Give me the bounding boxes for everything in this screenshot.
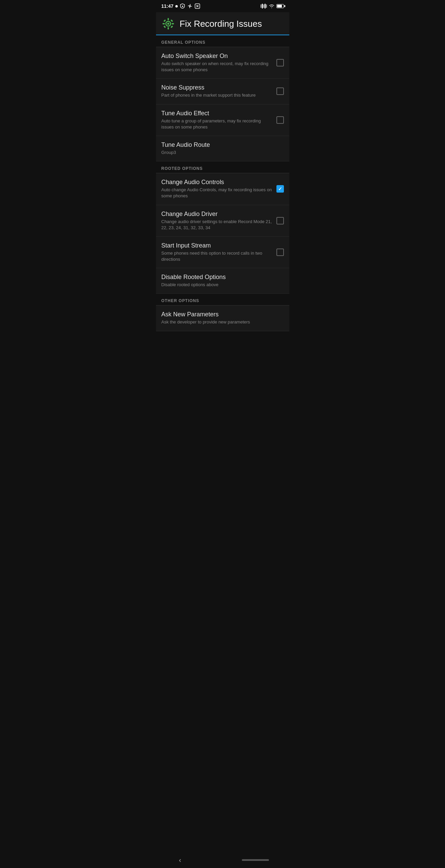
svg-rect-9 [162, 23, 165, 24]
time-display: 11:47 [161, 3, 174, 9]
settings-item-auto-switch-speaker[interactable]: Auto Switch Speaker On Auto switch speak… [156, 47, 289, 79]
change-audio-driver-title: Change Audio Driver [161, 211, 272, 218]
pinwheel-icon [187, 3, 193, 9]
svg-rect-12 [170, 19, 173, 22]
ask-new-parameters-title: Ask New Parameters [161, 311, 280, 318]
disable-rooted-title: Disable Rooted Options [161, 274, 280, 281]
notification-dot [175, 5, 178, 7]
auto-switch-speaker-subtitle: Auto switch speaker on when record, may … [161, 61, 272, 73]
section-rooted: ROOTED OPTIONS Change Audio Controls Aut… [156, 161, 289, 294]
change-audio-driver-checkbox[interactable] [276, 217, 284, 224]
section-other: OTHER OPTIONS Ask New Parameters Ask the… [156, 294, 289, 331]
change-audio-driver-subtitle: Change audio driver settings to enable R… [161, 219, 272, 231]
change-audio-controls-subtitle: Auto change Audio Controls, may fix reco… [161, 187, 272, 199]
settings-item-ask-new-parameters[interactable]: Ask New Parameters Ask the developer to … [156, 305, 289, 331]
settings-item-disable-rooted[interactable]: Disable Rooted Options Disable rooted op… [156, 268, 289, 294]
noise-suppress-subtitle: Part of phones in the market support thi… [161, 92, 272, 98]
disable-rooted-subtitle: Disable rooted options above [161, 282, 280, 288]
section-header-rooted: ROOTED OPTIONS [156, 161, 289, 173]
svg-rect-10 [172, 23, 174, 24]
vibrate-icon [260, 4, 267, 8]
wifi-icon [269, 4, 275, 8]
settings-item-start-input-stream[interactable]: Start Input Stream Some phones need this… [156, 237, 289, 268]
app-bar: Fix Recording Issues [156, 12, 289, 35]
tune-audio-effect-subtitle: Auto tune a group of parameters, may fix… [161, 118, 272, 130]
tune-audio-effect-title: Tune Audio Effect [161, 110, 272, 117]
noise-suppress-title: Noise Suppress [161, 84, 272, 91]
section-header-general: GENERAL OPTIONS [156, 35, 289, 47]
ask-new-parameters-subtitle: Ask the developer to provide new paramet… [161, 319, 280, 325]
auto-switch-speaker-title: Auto Switch Speaker On [161, 53, 272, 60]
svg-point-6 [167, 23, 169, 25]
start-input-stream-checkbox[interactable] [276, 249, 284, 256]
status-bar: 11:47 ★ [156, 0, 289, 12]
content-area: GENERAL OPTIONS Auto Switch Speaker On A… [156, 35, 289, 352]
settings-item-change-audio-controls[interactable]: Change Audio Controls Auto change Audio … [156, 173, 289, 205]
svg-rect-7 [168, 18, 169, 20]
app-settings-icon [161, 17, 175, 31]
settings-item-tune-audio-route[interactable]: Tune Audio Route Group3 [156, 136, 289, 161]
shield-icon: ★ [180, 3, 185, 9]
svg-rect-14 [170, 25, 173, 28]
tune-audio-effect-checkbox[interactable] [276, 116, 284, 124]
settings-item-noise-suppress[interactable]: Noise Suppress Part of phones in the mar… [156, 79, 289, 104]
status-bar-right [260, 4, 284, 8]
start-input-stream-title: Start Input Stream [161, 242, 272, 249]
settings-item-tune-audio-effect[interactable]: Tune Audio Effect Auto tune a group of p… [156, 104, 289, 136]
svg-rect-11 [163, 19, 166, 22]
start-input-stream-subtitle: Some phones need this option to record c… [161, 250, 272, 262]
svg-rect-13 [163, 25, 166, 28]
x-circle-icon [195, 3, 200, 9]
section-header-other: OTHER OPTIONS [156, 294, 289, 305]
svg-rect-8 [168, 27, 169, 29]
noise-suppress-checkbox[interactable] [276, 87, 284, 95]
tune-audio-route-subtitle: Group3 [161, 150, 284, 156]
page-title: Fix Recording Issues [180, 19, 262, 29]
settings-item-change-audio-driver[interactable]: Change Audio Driver Change audio driver … [156, 205, 289, 237]
battery-icon [276, 4, 284, 8]
change-audio-controls-checkbox[interactable] [276, 185, 284, 193]
status-bar-left: 11:47 ★ [161, 3, 200, 9]
section-general: GENERAL OPTIONS Auto Switch Speaker On A… [156, 35, 289, 161]
auto-switch-speaker-checkbox[interactable] [276, 59, 284, 66]
change-audio-controls-title: Change Audio Controls [161, 179, 272, 186]
svg-text:★: ★ [181, 5, 184, 7]
tune-audio-route-title: Tune Audio Route [161, 141, 284, 149]
